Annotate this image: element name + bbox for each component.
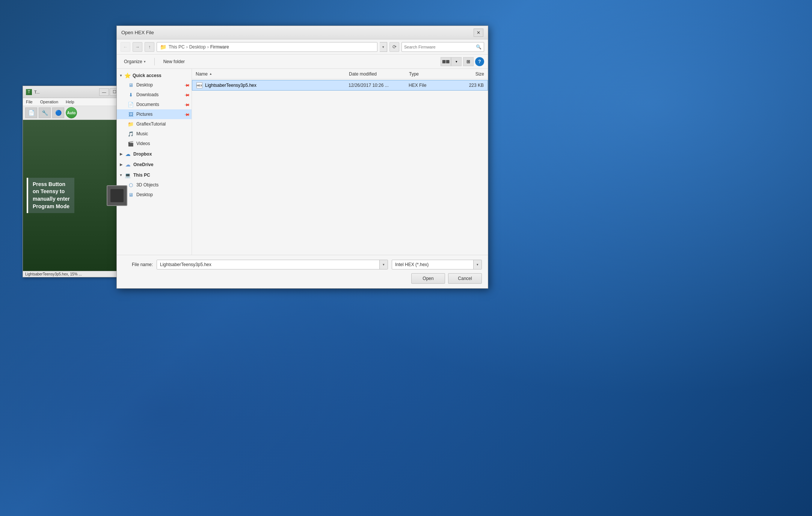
teensy-app-icon: T [26,89,32,95]
file-row[interactable]: HEX LightsaberTeensy3p5.hex 12/26/2017 1… [192,80,488,91]
file-cell-size: 223 KB [454,83,484,88]
footer-buttons: Open Cancel [123,273,482,284]
sidebar-desktop-label: Desktop [136,82,185,88]
sidebar-item-documents[interactable]: 📄 Documents 📌 [117,100,192,109]
downloads-pin-icon: 📌 [184,92,190,98]
teensy-menu-operation[interactable]: Operation [39,99,60,105]
videos-icon: 🎬 [127,140,134,147]
onedrive-icon: ☁ [124,161,131,168]
footer-filename-row: File name: ▾ Intel HEX (*.hex) ▾ [123,260,482,269]
teensy-toolbar-btn-auto[interactable]: Auto [66,107,77,118]
onedrive-expand-icon: ▶ [118,162,124,167]
teensy-chip-image [107,185,127,206]
file-hex-icon: HEX [196,82,203,89]
dialog-close-button[interactable]: ✕ [474,29,483,37]
sidebar-pictures-label: Pictures [136,112,185,117]
file-name: LightsaberTeensy3p5.hex [205,83,257,88]
sidebar-quick-access-header[interactable]: ▼ ⭐ Quick access [117,71,192,80]
quick-access-star-icon: ⭐ [124,73,131,79]
view-pane-button[interactable]: ⊞ [463,57,474,66]
teensy-toolbar-btn-2[interactable]: 🔧 [39,107,51,118]
breadcrumb-part-1: This PC [169,44,185,50]
file-cell-date: 12/26/2017 10:26 ... [349,83,409,88]
col-header-type[interactable]: Type [409,71,454,77]
teensy-menu-help[interactable]: Help [64,99,76,105]
sidebar-onedrive-header[interactable]: ▶ ☁ OneDrive [117,160,192,169]
open-hex-dialog: Open HEX File ✕ ← → ↑ 📁 This PC › Deskto… [116,26,488,289]
sidebar-item-desktop[interactable]: 🖥 Desktop 📌 [117,80,192,90]
breadcrumb-sep-2: › [207,44,209,50]
teensy-press-text: Press Button on Teensy to manually enter… [27,178,74,213]
toolbar-sep [154,58,155,65]
sidebar-item-pictures[interactable]: 🖼 Pictures 📌 [117,109,192,119]
teensy-menu-file[interactable]: File [24,99,34,105]
new-folder-label: New folder [163,59,185,64]
col-header-name[interactable]: Name ▲ [196,71,349,77]
open-button[interactable]: Open [411,273,445,284]
sidebar-item-downloads[interactable]: ⬇ Downloads 📌 [117,90,192,100]
file-cell-name: HEX LightsaberTeensy3p5.hex [196,82,349,89]
breadcrumb-folder-icon: 📁 [160,44,166,50]
pictures-icon: 🖼 [127,111,134,118]
search-input[interactable] [404,45,474,49]
this-pc-expand-icon: ▼ [118,173,124,178]
graflextutorial-icon: 📁 [127,121,134,127]
dialog-titlebar: Open HEX File ✕ [117,26,488,39]
teensy-toolbar-btn-1[interactable]: 📄 [25,107,37,118]
search-icon: 🔍 [476,44,481,50]
col-header-date[interactable]: Date modified [349,71,409,77]
sidebar-music-label: Music [136,131,189,136]
view-dropdown-button[interactable]: ▾ [451,57,462,66]
filetype-value: Intel HEX (*.hex) [392,262,473,267]
filetype-dropdown-button[interactable]: ▾ [473,260,481,269]
filename-input-container: ▾ [157,260,388,269]
documents-icon: 📄 [127,101,134,108]
filetype-select[interactable]: Intel HEX (*.hex) ▾ [392,260,482,269]
this-pc-label: This PC [133,173,150,178]
new-folder-button[interactable]: New folder [160,58,188,66]
downloads-icon: ⬇ [127,91,134,98]
breadcrumb-sep-1: › [186,44,188,50]
sidebar-videos-label: Videos [136,141,189,146]
teensy-toolbar-btn-3[interactable]: 🔵 [52,107,64,118]
teensy-title: T... [34,90,99,94]
quick-access-label: Quick access [133,73,161,78]
sidebar-desktop-pc-label: Desktop [136,192,189,197]
documents-pin-icon: 📌 [184,101,190,107]
pictures-pin-icon: 📌 [184,111,190,117]
cancel-button[interactable]: Cancel [448,273,482,284]
sidebar-dropbox-header[interactable]: ▶ ☁ Dropbox [117,149,192,159]
onedrive-label: OneDrive [133,162,153,167]
sidebar-item-music[interactable]: 🎵 Music [117,129,192,139]
organize-label: Organize [124,59,142,64]
nav-forward-button[interactable]: → [133,42,142,52]
breadcrumb-part-3: Firmware [210,44,229,50]
desktop-icon: 🖥 [127,82,134,88]
view-details-button[interactable]: ▦▦ [441,57,451,66]
organize-button[interactable]: Organize ▾ [121,58,149,66]
sidebar-group-quick-access: ▼ ⭐ Quick access 🖥 Desktop 📌 ⬇ Downloads… [117,71,192,148]
help-button[interactable]: ? [475,57,484,66]
quick-access-expand-icon: ▼ [118,73,124,78]
dropbox-label: Dropbox [133,151,152,157]
sidebar-item-graflextutorial[interactable]: 📁 GraflexTutorial [117,119,192,129]
dialog-title: Open HEX File [121,30,474,35]
col-header-size[interactable]: Size [454,71,484,77]
nav-up-button[interactable]: ↑ [145,42,154,52]
filename-input[interactable] [157,260,379,269]
file-date: 12/26/2017 10:26 ... [349,83,389,88]
dropbox-icon: ☁ [124,151,131,157]
organize-dropdown-icon: ▾ [144,60,146,64]
file-list-area: Name ▲ Date modified Type Size [192,69,488,255]
sidebar-item-videos[interactable]: 🎬 Videos [117,139,192,148]
breadcrumb[interactable]: 📁 This PC › Desktop › Firmware [157,42,377,52]
filename-dropdown-button[interactable]: ▾ [379,260,388,269]
sidebar-3d-objects-label: 3D Objects [136,182,189,188]
nav-refresh-button[interactable]: ⟳ [389,42,399,52]
toolbar-right: ▦▦ ▾ ⊞ ? [441,57,484,66]
teensy-minimize-btn[interactable]: — [99,88,109,96]
breadcrumb-dropdown-button[interactable]: ▾ [380,42,387,52]
column-headers: Name ▲ Date modified Type Size [192,69,488,79]
nav-back-button[interactable]: ← [121,42,130,52]
name-sort-icon: ▲ [209,72,212,76]
